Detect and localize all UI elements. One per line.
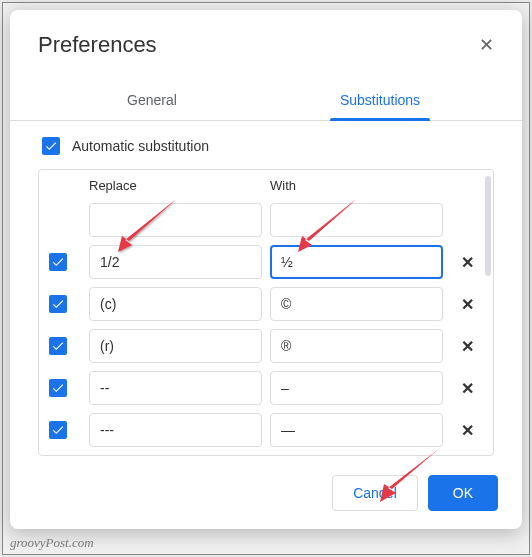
delete-row-icon[interactable]: ✕ — [451, 295, 483, 314]
row-checkbox[interactable] — [49, 253, 67, 271]
replace-input[interactable] — [89, 371, 262, 405]
replace-input[interactable] — [89, 287, 262, 321]
automatic-substitution-checkbox[interactable] — [42, 137, 60, 155]
with-input[interactable] — [270, 413, 443, 447]
automatic-substitution-label: Automatic substitution — [72, 138, 209, 154]
tab-substitutions[interactable]: Substitutions — [266, 80, 494, 120]
delete-row-icon[interactable]: ✕ — [451, 379, 483, 398]
replace-input[interactable] — [89, 413, 262, 447]
row-checkbox[interactable] — [49, 295, 67, 313]
replace-input[interactable] — [89, 203, 262, 237]
delete-row-icon[interactable]: ✕ — [451, 253, 483, 272]
column-header-with: With — [270, 178, 443, 193]
row-checkbox[interactable] — [49, 421, 67, 439]
replace-input[interactable] — [89, 329, 262, 363]
table-row: ✕ — [49, 409, 483, 451]
tab-general[interactable]: General — [38, 80, 266, 120]
table-row: ✕ — [49, 367, 483, 409]
with-input[interactable] — [270, 203, 443, 237]
delete-row-icon[interactable]: ✕ — [451, 337, 483, 356]
table-row: ✕ — [49, 325, 483, 367]
row-checkbox[interactable] — [49, 379, 67, 397]
table-row — [49, 199, 483, 241]
row-checkbox[interactable] — [49, 337, 67, 355]
substitutions-table: Replace With ✕✕✕✕✕ — [38, 169, 494, 456]
close-icon[interactable]: ✕ — [475, 30, 498, 60]
column-header-replace: Replace — [89, 178, 262, 193]
table-row: ✕ — [49, 241, 483, 283]
table-row: ✕ — [49, 283, 483, 325]
with-input[interactable] — [270, 287, 443, 321]
scrollbar[interactable] — [485, 176, 491, 276]
ok-button[interactable]: OK — [428, 475, 498, 511]
replace-input[interactable] — [89, 245, 262, 279]
preferences-dialog: Preferences ✕ General Substitutions Auto… — [10, 10, 522, 529]
delete-row-icon[interactable]: ✕ — [451, 421, 483, 440]
watermark: groovyPost.com — [10, 535, 94, 551]
dialog-title: Preferences — [38, 32, 157, 58]
tabs: General Substitutions — [10, 80, 522, 121]
with-input[interactable] — [270, 329, 443, 363]
with-input[interactable] — [270, 371, 443, 405]
with-input[interactable] — [270, 245, 443, 279]
cancel-button[interactable]: Cancel — [332, 475, 418, 511]
